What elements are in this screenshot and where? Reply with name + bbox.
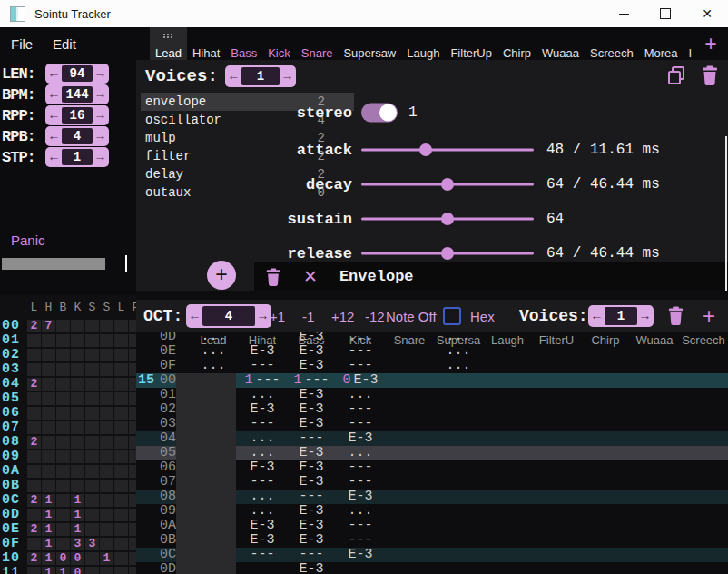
order-cell[interactable] — [100, 392, 113, 405]
order-cell[interactable]: 1 — [42, 538, 55, 550]
note-cell[interactable]: E-3 — [336, 490, 385, 504]
order-cell[interactable] — [114, 494, 128, 507]
order-cell[interactable] — [42, 349, 55, 361]
note-cell[interactable]: E-3 — [287, 417, 336, 431]
note-cell[interactable]: 0E-3 — [336, 373, 385, 388]
order-cell[interactable] — [71, 421, 84, 434]
order-cell[interactable] — [56, 538, 70, 550]
bpm-stepper[interactable]: ←144→ — [45, 84, 109, 104]
tab-wuaaa[interactable]: Wuaaa — [536, 27, 585, 60]
order-cell[interactable]: 7 — [42, 320, 55, 332]
clear-unit-icon[interactable]: ✕ — [303, 266, 318, 287]
order-cell[interactable] — [129, 421, 136, 434]
order-cell[interactable]: 1 — [100, 552, 113, 565]
note-cell[interactable]: --- — [238, 548, 287, 562]
order-cell[interactable] — [129, 378, 136, 391]
note-cell[interactable]: E-3 — [287, 504, 336, 519]
rpb-stepper[interactable]: ←4→ — [45, 126, 109, 146]
order-cell[interactable] — [27, 363, 41, 376]
order-cell[interactable] — [56, 378, 70, 391]
menu-edit[interactable]: Edit — [53, 27, 76, 60]
order-cell[interactable] — [27, 392, 41, 405]
note-cell[interactable]: --- — [336, 417, 385, 431]
order-cell[interactable] — [71, 378, 84, 391]
order-cell[interactable] — [100, 363, 113, 376]
order-cell[interactable] — [56, 465, 70, 478]
order-cell[interactable] — [100, 436, 113, 449]
order-cell[interactable] — [100, 480, 113, 492]
order-cell[interactable] — [85, 567, 99, 574]
note-cell[interactable]: ... — [238, 490, 287, 504]
order-cell[interactable] — [85, 523, 99, 536]
note-cell[interactable]: E-3 — [287, 388, 336, 402]
current-track-column[interactable] — [176, 533, 236, 548]
note-cell[interactable]: E-3 — [336, 548, 385, 562]
current-track-column[interactable] — [176, 475, 236, 490]
octave-increase-arrow[interactable]: → — [255, 309, 271, 323]
order-cell[interactable]: 3 — [71, 538, 84, 550]
instrument-voices-increase-arrow[interactable]: → — [280, 69, 295, 84]
order-cell[interactable] — [42, 363, 55, 376]
current-track-column[interactable] — [176, 519, 236, 533]
instrument-voices-stepper[interactable]: ←1→ — [225, 65, 296, 87]
order-cell[interactable]: 2 — [27, 320, 41, 332]
order-cell[interactable] — [27, 465, 41, 478]
tab-filterup[interactable]: FilterUp — [445, 27, 497, 60]
tab-hihat[interactable]: Hihat — [187, 27, 225, 60]
order-cell[interactable] — [85, 378, 99, 391]
current-track-column[interactable] — [176, 388, 236, 402]
order-cell[interactable] — [129, 465, 136, 478]
order-cell[interactable]: 0 — [56, 552, 70, 565]
order-cell[interactable] — [56, 363, 70, 376]
rpp-decrease-arrow[interactable]: ← — [46, 108, 62, 123]
order-cell[interactable] — [56, 480, 70, 492]
order-cell[interactable] — [100, 567, 113, 574]
current-track-column[interactable] — [176, 562, 236, 574]
order-cell[interactable] — [100, 509, 113, 521]
rpb-decrease-arrow[interactable]: ← — [46, 129, 62, 144]
order-cell[interactable] — [85, 320, 99, 332]
order-cell[interactable] — [129, 494, 136, 507]
stp-increase-arrow[interactable]: → — [93, 150, 108, 164]
order-cell[interactable] — [71, 349, 84, 361]
order-cell[interactable] — [100, 320, 113, 332]
order-cell[interactable] — [85, 494, 99, 507]
order-cell[interactable] — [129, 480, 136, 492]
note-cell[interactable]: E-3 — [238, 402, 287, 417]
note-cell[interactable]: ... — [336, 504, 385, 519]
note-cell[interactable]: E-3 — [287, 519, 336, 533]
order-cell[interactable] — [100, 538, 113, 550]
bpm-decrease-arrow[interactable]: ← — [46, 87, 62, 102]
order-cell[interactable] — [71, 407, 84, 420]
order-cell[interactable] — [85, 421, 99, 434]
order-cell[interactable] — [129, 552, 136, 565]
order-cell[interactable]: 2 — [27, 494, 41, 507]
note-cell[interactable]: ... — [238, 504, 287, 519]
order-cell[interactable] — [129, 349, 136, 361]
order-cell[interactable] — [56, 421, 70, 434]
order-cell[interactable] — [100, 494, 113, 507]
sustain-slider-knob[interactable] — [441, 213, 454, 225]
order-cell[interactable]: 1 — [71, 509, 84, 521]
instrument-voices-decrease-arrow[interactable]: ← — [226, 69, 241, 84]
current-track-column[interactable] — [176, 490, 236, 504]
close-button[interactable]: ✕ — [686, 0, 728, 27]
stp-decrease-arrow[interactable]: ← — [46, 150, 62, 164]
order-cell[interactable]: 2 — [27, 552, 41, 565]
order-cell[interactable] — [114, 465, 128, 478]
note-cell[interactable]: ... — [238, 388, 287, 402]
menu-file[interactable]: File — [11, 27, 33, 60]
order-cell[interactable] — [114, 436, 128, 449]
current-track-column[interactable] — [176, 548, 236, 562]
order-cell[interactable] — [85, 450, 99, 463]
order-cell[interactable] — [129, 320, 136, 332]
order-cell[interactable] — [42, 480, 55, 492]
order-cell[interactable] — [100, 421, 113, 434]
order-cell[interactable] — [114, 320, 128, 332]
tab-kick[interactable]: Kick — [262, 27, 296, 60]
len-decrease-arrow[interactable]: ← — [46, 66, 62, 81]
order-cell[interactable] — [129, 334, 136, 347]
order-cell[interactable] — [114, 349, 128, 361]
note-cell[interactable]: --- — [238, 417, 287, 431]
attack-slider[interactable] — [361, 149, 534, 152]
